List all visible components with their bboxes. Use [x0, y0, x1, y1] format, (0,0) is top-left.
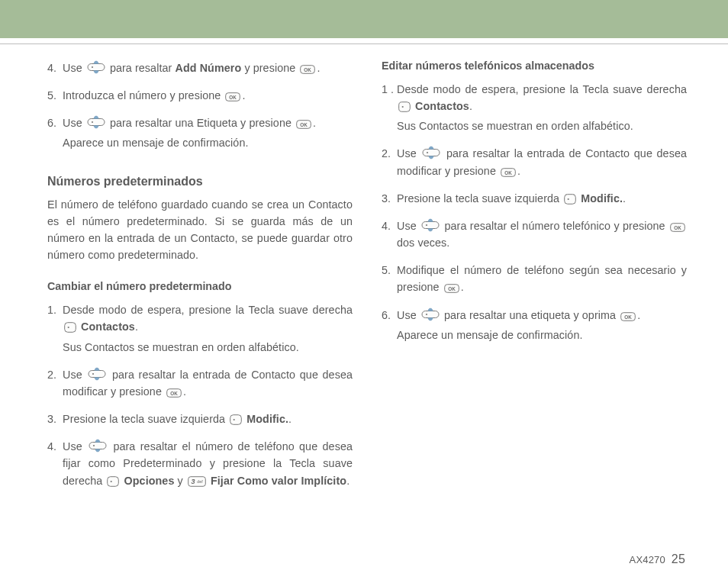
text: . [637, 309, 640, 321]
steps-continued: 4. Use para resaltar Add Número y presio… [47, 60, 353, 152]
nav-key-icon [421, 308, 440, 321]
text: Aparece un mensaje de confirmación. [397, 327, 687, 343]
step-number: 6. [382, 307, 397, 343]
softkey-icon [398, 101, 411, 112]
text: para resaltar una Etiqueta y presione [110, 117, 295, 129]
list-item: 4. Use para resaltar el número telefónic… [382, 217, 687, 251]
ok-key-icon [620, 312, 636, 321]
column-left: 4. Use para resaltar Add Número y presio… [47, 60, 353, 500]
steps-edit-numbers: 1 . Desde modo de espera, presione la Te… [382, 81, 687, 343]
bold-text: Fijar Como valor Implícito [211, 475, 346, 487]
step-number: 4. [47, 60, 63, 76]
text: . [517, 165, 520, 177]
text: Desde modo de espera, presione la Tecla … [63, 304, 353, 316]
softkey-icon [64, 322, 76, 333]
list-item: 3. Presione la tecla suave izquierda Mod… [382, 190, 687, 207]
text: Modifique el número de teléfono según se… [397, 264, 687, 293]
softkey-icon [107, 476, 119, 487]
text: . [623, 192, 626, 205]
step-number: 4. [382, 217, 397, 251]
step-number: 3. [382, 190, 397, 207]
text: . [317, 62, 320, 74]
step-number: 6. [47, 114, 63, 151]
nav-key-icon [88, 367, 106, 381]
bold-text: Contactos [415, 100, 469, 112]
bold-text: Modific. [581, 192, 623, 205]
text: . [288, 413, 292, 425]
ok-key-icon [670, 223, 685, 232]
text: para resaltar una etiqueta y oprima [444, 309, 619, 321]
ok-key-icon [166, 388, 182, 398]
page-number: 25 [672, 552, 685, 565]
step-number: 3. [47, 411, 63, 427]
ok-key-icon [225, 92, 240, 101]
header-bar [0, 0, 728, 38]
text: Aparece un mensaje de confirmación. [63, 134, 353, 151]
softkey-icon [564, 194, 576, 205]
nav-key-icon [87, 60, 105, 74]
nav-key-icon [87, 115, 105, 129]
list-item: 4. Use para resaltar Add Número y presio… [47, 60, 353, 76]
column-right: Editar números telefónicos almacenados 1… [382, 60, 687, 500]
text: Use [397, 147, 420, 159]
text: para resaltar el número telefónico y pre… [444, 220, 668, 232]
nav-key-icon [89, 439, 107, 453]
text: para resaltar [110, 62, 176, 74]
step-number: 4. [47, 438, 63, 488]
bold-text: Contactos [81, 320, 135, 333]
step-number: 1. [47, 301, 63, 355]
text: y [178, 475, 186, 487]
step-number: 5. [382, 262, 397, 295]
list-item: 6. Use para resaltar una etiqueta y opri… [382, 307, 687, 343]
content: 4. Use para resaltar Add Número y presio… [0, 60, 728, 500]
bold-text: Modific. [246, 413, 288, 425]
text: . [135, 320, 138, 333]
key-3-icon [188, 476, 206, 487]
divider [0, 43, 728, 44]
step-number: 2. [382, 145, 397, 179]
step-number: 2. [47, 366, 63, 400]
ok-key-icon [296, 120, 311, 129]
text: Use [397, 309, 420, 321]
text: Use [63, 117, 85, 129]
list-item: 5. Introduzca el número y presione . [47, 87, 353, 104]
bold-text: Opciones [124, 475, 175, 487]
steps-change-default: 1. Desde modo de espera, presione la Tec… [47, 301, 353, 488]
bold-text: Add Número [176, 62, 242, 74]
ok-key-icon [300, 65, 315, 74]
ok-key-icon [501, 168, 516, 177]
list-item: 1. Desde modo de espera, presione la Tec… [47, 301, 353, 355]
list-item: 4. Use para resaltar el número de teléfo… [47, 438, 353, 488]
text: Use [63, 369, 86, 381]
text: Sus Contactos se muestran en orden alfab… [397, 118, 687, 134]
subsection-heading: Cambiar el número predeterminado [47, 280, 353, 292]
text: . [313, 117, 316, 129]
text: . [183, 385, 186, 398]
text: Use [63, 62, 85, 74]
page-footer: AX4270 25 [630, 552, 685, 566]
text: dos veces. [397, 237, 449, 249]
text: Presione la tecla suave izquierda [63, 413, 228, 425]
paragraph: El número de teléfono guardado cuando se… [47, 196, 353, 264]
text: Use [397, 220, 420, 232]
text: Use [63, 440, 87, 453]
text: Desde modo de espera, presione la Tecla … [397, 83, 687, 95]
nav-key-icon [422, 146, 440, 159]
ok-key-icon [444, 284, 459, 293]
list-item: 1 . Desde modo de espera, presione la Te… [382, 81, 687, 134]
list-item: 6. Use para resaltar una Etiqueta y pres… [47, 114, 353, 151]
nav-key-icon [421, 218, 440, 232]
text: . [461, 281, 464, 293]
softkey-icon [230, 414, 242, 425]
text: . [346, 475, 350, 487]
subsection-heading: Editar números telefónicos almacenados [382, 60, 687, 72]
page: 4. Use para resaltar Add Número y presio… [0, 0, 728, 583]
section-heading: Números predeterminados [47, 175, 353, 188]
step-number: 5. [47, 87, 63, 104]
list-item: 3. Presione la tecla suave izquierda Mod… [47, 411, 353, 427]
list-item: 5. Modifique el número de teléfono según… [382, 262, 687, 295]
text: . [469, 100, 472, 112]
text: Presione la tecla suave izquierda [397, 192, 562, 205]
list-item: 2. Use para resaltar la entrada de Conta… [47, 366, 353, 400]
list-item: 2. Use para resaltar la entrada de Conta… [382, 145, 687, 179]
